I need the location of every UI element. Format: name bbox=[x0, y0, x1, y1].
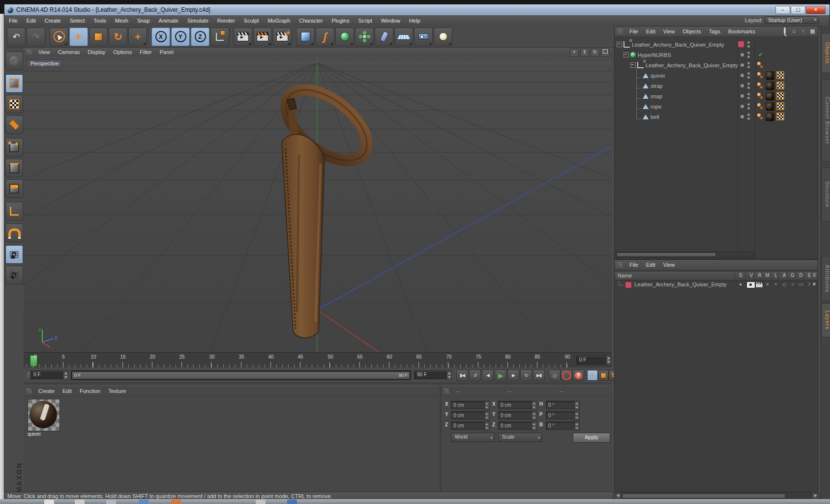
tab-content-browser[interactable]: Content Browser bbox=[821, 79, 830, 162]
material-tag-icon[interactable] bbox=[766, 112, 774, 121]
viewport-menu-panel[interactable]: Panel bbox=[156, 48, 178, 56]
rot-h-spinner[interactable] bbox=[574, 401, 580, 410]
taskbar-icon[interactable] bbox=[75, 500, 85, 504]
object-label[interactable]: strap bbox=[651, 83, 662, 89]
enable-dot-icon[interactable] bbox=[741, 115, 744, 118]
size-y-spinner[interactable] bbox=[532, 411, 537, 420]
om-row-belt[interactable]: belt bbox=[615, 112, 818, 122]
enable-dot-icon[interactable] bbox=[741, 53, 744, 56]
autokey-icon[interactable] bbox=[561, 369, 572, 381]
om-menu-file[interactable]: File bbox=[625, 27, 642, 36]
menu-character[interactable]: Character bbox=[295, 15, 327, 26]
size-x-spinner[interactable] bbox=[532, 401, 537, 410]
object-label[interactable]: Leather_Archery_Back_Quiver_Empty bbox=[632, 42, 724, 48]
menu-snap[interactable]: Snap bbox=[133, 15, 154, 26]
om-menu-objects[interactable]: Objects bbox=[679, 27, 705, 36]
zoom-view-icon[interactable]: ⇕ bbox=[580, 48, 589, 56]
phong-tag-icon[interactable] bbox=[757, 72, 761, 76]
size-z-spinner[interactable] bbox=[532, 421, 537, 431]
lock-workplane-icon[interactable] bbox=[5, 245, 23, 264]
points-mode-icon[interactable] bbox=[5, 138, 23, 157]
coord-mode-dropdown[interactable]: World bbox=[451, 433, 495, 442]
layout-dropdown[interactable]: Startup (User) bbox=[765, 16, 819, 24]
edges-mode-icon[interactable] bbox=[5, 159, 23, 177]
uvw-tag-icon[interactable] bbox=[776, 82, 784, 89]
material-name[interactable]: quiver bbox=[28, 431, 59, 437]
taskbar-icon[interactable] bbox=[44, 500, 54, 504]
panel-grip-icon[interactable] bbox=[26, 49, 31, 55]
size-z-field[interactable]: 0 cm bbox=[498, 421, 534, 430]
menu-animate[interactable]: Animate bbox=[154, 15, 183, 26]
material-tag-icon[interactable] bbox=[766, 92, 774, 101]
taskbar-icon[interactable] bbox=[139, 500, 148, 504]
next-frame-button[interactable]: ▶ bbox=[507, 369, 519, 381]
live-selection-icon[interactable] bbox=[50, 28, 68, 46]
size-y-field[interactable]: 0 cm bbox=[498, 411, 534, 420]
tab-layers[interactable]: Layers bbox=[821, 303, 830, 337]
frame-dropdown[interactable]: 0 F bbox=[576, 356, 608, 364]
layer-horizontal-scrollbar[interactable]: ◀ ▶ bbox=[614, 492, 819, 500]
make-editable-icon[interactable] bbox=[5, 52, 23, 70]
menu-edit[interactable]: Edit bbox=[22, 15, 40, 26]
om-menu-tags[interactable]: Tags bbox=[705, 27, 724, 36]
lock-z-axis-icon[interactable]: Z bbox=[191, 28, 209, 46]
previous-key-button[interactable]: ↺ bbox=[469, 369, 481, 381]
taskbar-icon[interactable] bbox=[171, 500, 181, 504]
add-camera-icon[interactable] bbox=[414, 28, 433, 46]
visibility-dots-icon[interactable] bbox=[747, 52, 750, 54]
move-tool-icon[interactable]: + bbox=[69, 28, 88, 46]
pan-view-icon[interactable]: + bbox=[570, 48, 579, 56]
visibility-dots-icon[interactable] bbox=[747, 113, 750, 116]
maximize-button[interactable]: ▢ bbox=[791, 6, 805, 14]
pos-x-field[interactable]: 0 cm bbox=[451, 401, 486, 409]
apply-button[interactable]: Apply bbox=[573, 433, 610, 443]
om-layout-icon[interactable]: ▦ bbox=[809, 28, 816, 35]
pos-z-field[interactable]: 0 cm bbox=[451, 421, 486, 430]
toggle-view-icon[interactable] bbox=[601, 48, 610, 56]
render-picture-viewer-icon[interactable] bbox=[253, 28, 272, 46]
material-tag-icon[interactable] bbox=[766, 102, 774, 111]
lock-x-axis-icon[interactable]: X bbox=[151, 28, 170, 46]
pos-y-spinner[interactable] bbox=[484, 411, 490, 420]
col-xref[interactable]: X bbox=[809, 273, 819, 278]
scale-tool-icon[interactable] bbox=[89, 28, 108, 46]
render-clap-icon[interactable] bbox=[755, 281, 763, 288]
tab-objects[interactable]: Objects bbox=[821, 33, 830, 73]
om-horizontal-scrollbar[interactable] bbox=[616, 252, 754, 258]
coordinate-system-icon[interactable] bbox=[210, 28, 229, 46]
add-hypernurbs-icon[interactable] bbox=[335, 28, 354, 46]
xref-icon[interactable]: × bbox=[809, 281, 819, 287]
panel-grip-icon[interactable] bbox=[443, 388, 449, 394]
rot-h-field[interactable]: 0 ° bbox=[546, 401, 576, 409]
visibility-dots-icon[interactable] bbox=[747, 83, 750, 85]
om-row-null[interactable]: 0 Leather_Archery_Back_Quiver_Empty bbox=[615, 60, 818, 70]
layer-row[interactable]: Leather_Archery_Back_Quiver_Empty ● ≡ + … bbox=[615, 280, 818, 289]
material-tag-icon[interactable] bbox=[766, 82, 774, 90]
visible-eye-icon[interactable] bbox=[746, 281, 755, 288]
scroll-right-icon[interactable]: ▶ bbox=[812, 493, 819, 499]
taskbar-icon[interactable] bbox=[256, 500, 266, 504]
texture-mode-icon[interactable] bbox=[5, 95, 23, 113]
add-deformer-icon[interactable] bbox=[375, 28, 393, 46]
panel-grip-icon[interactable] bbox=[617, 28, 622, 34]
menu-select[interactable]: Select bbox=[65, 15, 89, 26]
next-key-button[interactable]: ↻ bbox=[520, 369, 532, 381]
quiver-model[interactable] bbox=[273, 76, 379, 338]
phong-tag-icon[interactable] bbox=[757, 113, 761, 117]
expand-icon[interactable] bbox=[617, 42, 622, 47]
title-bar[interactable]: CINEMA 4D R14.014 Studio - [Leather_Arch… bbox=[4, 4, 830, 15]
current-frame-field[interactable]: 0 F bbox=[30, 370, 65, 379]
enable-dot-icon[interactable] bbox=[741, 84, 744, 87]
model-mode-icon[interactable] bbox=[5, 74, 23, 93]
tab-attributes[interactable]: Attributes bbox=[821, 256, 830, 301]
menu-simulate[interactable]: Simulate bbox=[183, 15, 213, 26]
uvw-tag-icon[interactable] bbox=[776, 71, 784, 79]
visibility-dots-icon[interactable] bbox=[747, 103, 750, 106]
coord-scale-dropdown[interactable]: Scale bbox=[498, 433, 542, 442]
pos-x-spinner[interactable] bbox=[484, 401, 490, 410]
undo-button[interactable]: ↶ bbox=[7, 28, 26, 46]
uvw-tag-icon[interactable] bbox=[776, 112, 784, 120]
om-row-rope[interactable]: rope bbox=[615, 101, 818, 112]
taskbar-icon[interactable] bbox=[287, 500, 297, 504]
rotate-tool-icon[interactable]: ↻ bbox=[109, 28, 127, 46]
